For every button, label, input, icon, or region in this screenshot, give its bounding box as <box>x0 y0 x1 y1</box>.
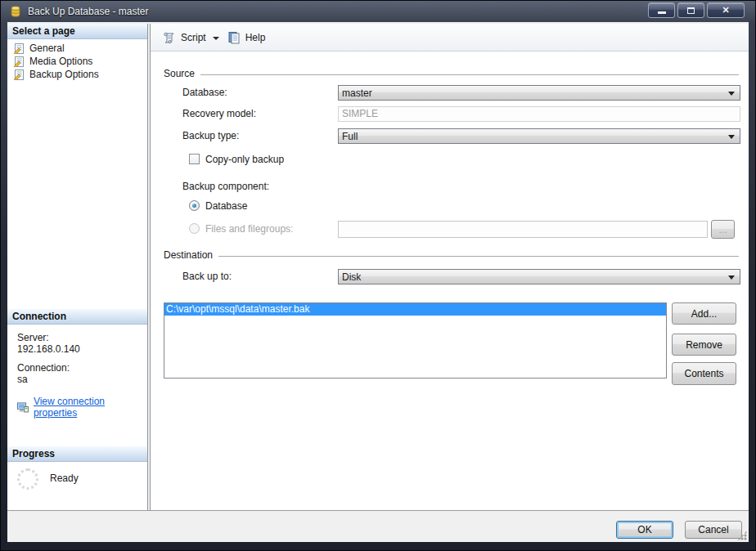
minimize-icon <box>658 11 666 14</box>
script-dropdown-icon[interactable] <box>213 37 219 40</box>
files-filegroups-radio <box>189 223 200 234</box>
connection-section: Connection Server: 192.168.0.140 Connect… <box>7 309 147 419</box>
back-up-to-combobox[interactable]: Disk <box>338 269 740 284</box>
chevron-down-icon <box>728 276 735 280</box>
progress-status: Ready <box>50 473 79 484</box>
copy-only-backup-checkbox[interactable] <box>189 154 200 164</box>
help-button[interactable]: Help <box>224 29 269 47</box>
cancel-button[interactable]: Cancel <box>685 521 742 539</box>
connection-label: Connection: <box>17 362 142 374</box>
help-icon <box>227 31 241 44</box>
cancel-button-label: Cancel <box>698 524 728 535</box>
database-combobox-value: master <box>342 87 372 99</box>
progress-spinner-icon <box>17 468 38 490</box>
backup-type-combobox-value: Full <box>342 131 358 142</box>
help-label: Help <box>245 32 266 43</box>
window-title: Back Up Database - master <box>28 6 148 17</box>
database-radio[interactable] <box>189 200 200 211</box>
select-page-header-label: Select a page <box>12 25 75 37</box>
destination-group: Destination <box>164 249 739 261</box>
recovery-model-label: Recovery model: <box>182 106 256 122</box>
database-combobox[interactable]: master <box>338 85 740 101</box>
chevron-down-icon <box>728 92 735 96</box>
files-filegroups-radio-row: Files and filegroups: <box>189 222 293 235</box>
script-label: Script <box>181 32 206 43</box>
chevron-down-icon <box>728 135 735 139</box>
server-label: Server: <box>17 332 142 343</box>
maximize-icon <box>687 7 695 14</box>
progress-section: Progress Ready <box>7 446 147 490</box>
select-page-header: Select a page <box>7 24 147 39</box>
backup-type-label: Backup type: <box>182 128 239 144</box>
dialog-window: Back Up Database - master ✕ Select a pag… <box>0 0 756 551</box>
back-up-to-combobox-value: Disk <box>342 271 361 283</box>
back-up-to-label: Back up to: <box>182 269 232 284</box>
sidebar-item-label: Media Options <box>29 56 92 67</box>
copy-only-backup-label: Copy-only backup <box>205 154 284 165</box>
view-connection-properties-link[interactable]: View connection properties <box>34 396 142 419</box>
script-button[interactable]: Script <box>160 29 209 47</box>
main-panel: Script Help Source <box>150 24 749 510</box>
backup-file-list[interactable]: C:\var\opt\mssql\data\master.bak <box>164 302 667 379</box>
source-group: Source <box>164 68 739 79</box>
titlebar[interactable]: Back Up Database - master ✕ <box>1 1 755 22</box>
database-radio-label: Database <box>205 200 247 212</box>
close-button[interactable]: ✕ <box>707 2 745 18</box>
list-item[interactable]: C:\var\opt\mssql\data\master.bak <box>164 303 666 316</box>
connection-properties-icon <box>17 401 29 413</box>
backup-component-label: Backup component: <box>182 179 269 195</box>
connection-header-label: Connection <box>12 311 66 322</box>
remove-button-label: Remove <box>686 339 722 351</box>
minimize-button[interactable] <box>648 2 675 18</box>
page-icon <box>14 56 25 67</box>
browse-button-label: ... <box>718 224 727 235</box>
sidebar-item-label: Backup Options <box>29 69 99 80</box>
destination-group-label: Destination <box>164 249 213 261</box>
progress-header-label: Progress <box>12 448 55 459</box>
files-filegroups-radio-label: Files and filegroups: <box>205 223 293 235</box>
sidebar-item-media-options[interactable]: Media Options <box>7 55 147 68</box>
browse-button: ... <box>711 220 735 239</box>
server-value: 192.168.0.140 <box>17 343 142 355</box>
sidebar-item-label: General <box>29 43 65 54</box>
sidebar: Select a page General Media Options Back… <box>7 24 148 510</box>
script-icon <box>163 31 176 44</box>
ok-button[interactable]: OK <box>616 521 673 539</box>
recovery-model-field: SIMPLE <box>338 106 740 122</box>
dialog-content: Select a page General Media Options Back… <box>7 22 749 542</box>
connection-header: Connection <box>7 309 147 325</box>
source-group-label: Source <box>164 68 195 79</box>
database-radio-row: Database <box>189 199 247 212</box>
add-button-label: Add... <box>691 308 717 320</box>
copy-only-backup-row: Copy-only backup <box>189 153 284 165</box>
remove-button[interactable]: Remove <box>672 334 736 356</box>
database-icon <box>9 5 22 18</box>
page-icon <box>14 69 25 80</box>
sidebar-item-backup-options[interactable]: Backup Options <box>7 68 147 81</box>
page-icon <box>14 43 25 54</box>
ok-button-label: OK <box>637 524 651 535</box>
destination-group-line <box>218 256 739 257</box>
source-group-line <box>200 74 739 75</box>
toolbar: Script Help <box>151 24 749 52</box>
maximize-button[interactable] <box>677 2 704 18</box>
connection-value: sa <box>17 374 142 385</box>
add-button[interactable]: Add... <box>672 302 736 325</box>
contents-button[interactable]: Contents <box>672 362 736 385</box>
sidebar-item-general[interactable]: General <box>7 42 147 55</box>
backup-type-combobox[interactable]: Full <box>338 128 740 144</box>
recovery-model-value: SIMPLE <box>342 108 378 119</box>
files-filegroups-field <box>338 221 708 238</box>
progress-header: Progress <box>7 446 147 462</box>
database-label: Database: <box>182 85 227 101</box>
close-icon: ✕ <box>722 5 729 16</box>
contents-button-label: Contents <box>684 368 723 379</box>
